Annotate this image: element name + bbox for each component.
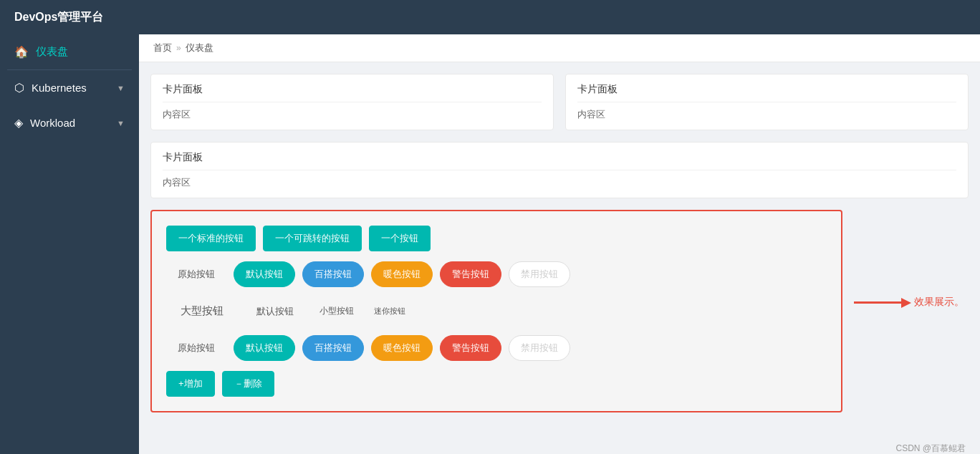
sidebar-item-label: Kubernetes [32, 82, 110, 94]
top-nav: DevOps管理平台 [0, 0, 980, 34]
footer-note: CSDN @百慕鲲君 [139, 435, 980, 454]
btn-original-2[interactable]: 原始按钮 [166, 336, 226, 360]
sidebar-item-workload[interactable]: Workload ▼ [0, 105, 139, 140]
btn-standard[interactable]: 一个标准的按钮 [166, 226, 256, 251]
demo-row-3: 大型按钮 默认按钮 小型按钮 迷你按钮 [166, 297, 827, 325]
label-large: 大型按钮 [166, 297, 238, 325]
card-middle: 卡片面板 内容区 [150, 142, 969, 198]
card-top-left: 卡片面板 内容区 [150, 74, 554, 130]
sidebar-item-label: Workload [30, 117, 110, 129]
sidebar-item-label: 仪表盘 [36, 45, 125, 59]
btn-warm[interactable]: 暖色按钮 [371, 261, 433, 287]
sidebar: 仪表盘 Kubernetes ▼ Workload ▼ [0, 34, 139, 454]
btn-disabled: 禁用按钮 [509, 261, 570, 287]
chevron-down-icon: ▼ [117, 84, 125, 92]
breadcrumb-sep: » [176, 43, 181, 53]
k8s-icon [14, 80, 24, 95]
btn-one[interactable]: 一个按钮 [369, 226, 431, 251]
card-top-right: 卡片面板 内容区 [565, 74, 969, 130]
annotation-area: 效果展示。 [854, 210, 969, 309]
btn-warning[interactable]: 警告按钮 [440, 261, 501, 287]
card-top-left-title: 卡片面板 [163, 83, 542, 102]
btn-versatile-2[interactable]: 百搭按钮 [302, 335, 364, 361]
btn-versatile[interactable]: 百搭按钮 [302, 261, 364, 287]
home-icon [14, 44, 29, 59]
breadcrumb-current: 仪表盘 [186, 42, 213, 54]
card-middle-title: 卡片面板 [163, 151, 956, 170]
demo-row-5: +增加 －删除 [166, 371, 827, 397]
demo-row-1: 一个标准的按钮 一个可跳转的按钮 一个按钮 [166, 226, 827, 251]
main-content: 首页 » 仪表盘 卡片面板 内容区 卡片面板 内容区 卡片面板 内容区 [139, 34, 980, 454]
btn-jump[interactable]: 一个可跳转的按钮 [263, 226, 362, 251]
card-middle-content: 内容区 [163, 176, 956, 189]
label-default: 默认按钮 [245, 299, 305, 324]
btn-default[interactable]: 默认按钮 [234, 261, 295, 287]
demo-box: 一个标准的按钮 一个可跳转的按钮 一个按钮 原始按钮 默认按钮 百搭按钮 暖色按… [150, 210, 842, 412]
breadcrumb: 首页 » 仪表盘 [139, 34, 980, 62]
content-area: 卡片面板 内容区 卡片面板 内容区 卡片面板 内容区 一个 [139, 62, 980, 435]
workload-icon [14, 115, 23, 130]
btn-default-2[interactable]: 默认按钮 [234, 335, 295, 361]
sidebar-item-dashboard[interactable]: 仪表盘 [0, 34, 139, 69]
label-small: 小型按钮 [312, 302, 361, 320]
arrow-head [901, 298, 911, 308]
btn-warm-2[interactable]: 暖色按钮 [371, 335, 433, 361]
card-top-right-title: 卡片面板 [577, 83, 956, 102]
card-top-right-content: 内容区 [577, 108, 956, 121]
demo-row-4: 原始按钮 默认按钮 百搭按钮 暖色按钮 警告按钮 禁用按钮 [166, 335, 827, 361]
footer-text: CSDN @百慕鲲君 [895, 443, 966, 453]
app-title: DevOps管理平台 [14, 10, 103, 25]
arrow-line [854, 301, 904, 304]
card-top-left-content: 内容区 [163, 108, 542, 121]
layout: 仪表盘 Kubernetes ▼ Workload ▼ 首页 » 仪表盘 卡片 [0, 34, 980, 454]
top-cards-row: 卡片面板 内容区 卡片面板 内容区 [150, 74, 969, 130]
breadcrumb-home[interactable]: 首页 [153, 42, 172, 54]
btn-add[interactable]: +增加 [166, 371, 215, 397]
chevron-down-icon: ▼ [117, 119, 125, 127]
sidebar-item-kubernetes[interactable]: Kubernetes ▼ [0, 70, 139, 105]
demo-row-2: 原始按钮 默认按钮 百搭按钮 暖色按钮 警告按钮 禁用按钮 [166, 261, 827, 287]
arrow-annotation: 效果展示。 [854, 296, 964, 309]
btn-warning-2[interactable]: 警告按钮 [440, 335, 501, 361]
label-mini: 迷你按钮 [368, 304, 411, 318]
annotation-text: 效果展示。 [914, 296, 964, 309]
btn-disabled-2: 禁用按钮 [509, 335, 570, 361]
btn-delete[interactable]: －删除 [222, 371, 274, 397]
demo-section: 一个标准的按钮 一个可跳转的按钮 一个按钮 原始按钮 默认按钮 百搭按钮 暖色按… [150, 210, 969, 424]
btn-original[interactable]: 原始按钮 [166, 262, 226, 286]
